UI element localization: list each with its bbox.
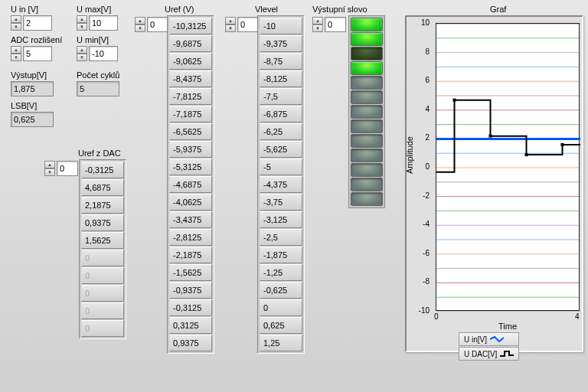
array-cell[interactable]: -7,8125	[169, 88, 212, 105]
array-cell[interactable]: 0,9375	[169, 335, 212, 351]
vlevel-array: -10-9,375-8,75-8,125-7,5-6,875-6,25-5,62…	[257, 15, 305, 354]
uref-dac-index[interactable]: ▲▼	[44, 161, 78, 176]
uref-index[interactable]: ▲▼	[135, 17, 168, 32]
array-cell[interactable]: -9,375	[260, 35, 302, 52]
lsb-readout: 0,625	[11, 112, 54, 127]
array-cell[interactable]: 2,1875	[81, 197, 124, 214]
spinner-down-icon[interactable]: ▼	[11, 54, 21, 61]
led-indicator	[351, 90, 383, 104]
array-cell[interactable]: -10	[260, 18, 302, 34]
spinner-down-icon[interactable]: ▼	[77, 54, 87, 61]
array-cell[interactable]: 0	[81, 285, 124, 302]
array-cell[interactable]: -6,25	[260, 123, 302, 140]
uref-index-input[interactable]	[147, 17, 168, 32]
uref-label: Uref (V)	[165, 5, 194, 14]
u-in-input[interactable]	[23, 15, 52, 31]
array-cell[interactable]: 0	[81, 250, 124, 266]
array-cell[interactable]: 0,9375	[81, 214, 124, 231]
spinner-up-icon[interactable]: ▲	[77, 15, 87, 23]
spinner-down-icon[interactable]: ▼	[11, 23, 21, 31]
array-cell[interactable]: -5,3125	[169, 158, 212, 175]
graph-plot[interactable]	[436, 23, 580, 311]
spinner-up-icon[interactable]: ▲	[225, 17, 236, 24]
array-cell[interactable]: -1,875	[260, 247, 302, 263]
array-cell[interactable]: 4,6875	[81, 179, 124, 196]
spinner-up-icon[interactable]: ▲	[312, 17, 323, 24]
u-min-input[interactable]	[89, 46, 118, 61]
array-cell[interactable]: -0,9375	[169, 282, 212, 299]
spinner-down-icon[interactable]: ▼	[135, 24, 145, 32]
lsb-label: LSB[V]	[11, 101, 54, 110]
array-cell[interactable]: -2,8125	[169, 229, 212, 246]
array-cell[interactable]: -10,3125	[169, 18, 212, 34]
array-cell[interactable]: -5	[260, 158, 302, 175]
array-cell[interactable]: -0,625	[260, 282, 302, 299]
array-cell[interactable]: -7,1875	[169, 106, 212, 122]
array-cell[interactable]: -0,3125	[169, 299, 212, 316]
array-cell[interactable]: 1,5625	[81, 232, 124, 249]
array-cell[interactable]: -9,0625	[169, 53, 212, 70]
leds-label: Výstupní slovo	[312, 5, 368, 14]
vlevel-index[interactable]: ▲▼	[225, 17, 259, 32]
legend-udac[interactable]: U DAC[V]	[459, 347, 519, 361]
u-max-label: U max[V]	[77, 5, 118, 14]
array-cell[interactable]: 1,25	[260, 335, 302, 351]
u-in-control[interactable]: ▲▼	[11, 15, 52, 31]
array-cell[interactable]: -3,4375	[169, 211, 212, 228]
y-tick: 2	[411, 133, 430, 142]
led-indicator	[351, 119, 383, 133]
array-cell[interactable]: -2,5	[260, 229, 302, 246]
spinner-down-icon[interactable]: ▼	[44, 168, 55, 176]
legend-label: U DAC[V]	[464, 350, 497, 358]
u-max-input[interactable]	[89, 15, 118, 31]
array-cell[interactable]: -6,5625	[169, 123, 212, 140]
array-cell[interactable]: 0	[81, 320, 124, 337]
array-cell[interactable]: 0	[81, 302, 124, 319]
array-cell[interactable]: -8,125	[260, 70, 302, 87]
y-tick: 4	[411, 105, 430, 113]
array-cell[interactable]: -7,5	[260, 88, 302, 105]
array-cell[interactable]: -4,375	[260, 176, 302, 193]
spinner-up-icon[interactable]: ▲	[11, 15, 21, 23]
array-cell[interactable]: -4,6875	[169, 176, 212, 193]
y-tick: 0	[411, 162, 430, 171]
pocet-cyklu-readout: 5	[77, 81, 119, 96]
array-cell[interactable]: 0	[260, 299, 302, 316]
u-max-control[interactable]: ▲▼	[77, 15, 118, 31]
uref-dac-index-input[interactable]	[57, 161, 78, 176]
adc-res-input[interactable]	[23, 46, 52, 61]
vlevel-index-input[interactable]	[237, 17, 259, 32]
adc-res-control[interactable]: ▲▼	[11, 46, 62, 61]
leds-index[interactable]: ▲▼	[312, 17, 346, 32]
array-cell[interactable]: -2,1875	[169, 247, 212, 263]
spinner-down-icon[interactable]: ▼	[312, 24, 323, 32]
array-cell[interactable]: -5,9375	[169, 141, 212, 158]
led-indicator	[351, 178, 383, 191]
array-cell[interactable]: -9,6875	[169, 35, 212, 52]
array-cell[interactable]: -1,5625	[169, 264, 212, 281]
spinner-up-icon[interactable]: ▲	[44, 161, 55, 168]
array-cell[interactable]: -1,25	[260, 264, 302, 281]
array-cell[interactable]: -8,75	[260, 53, 302, 70]
graph-frame: Amplitude 1086420-2-4-6-8-10 0 4 Time U …	[405, 15, 583, 352]
array-cell[interactable]: -4,0625	[169, 194, 212, 211]
spinner-down-icon[interactable]: ▼	[77, 23, 87, 31]
array-cell[interactable]: -8,4375	[169, 70, 212, 87]
array-cell[interactable]: -6,875	[260, 106, 302, 122]
array-cell[interactable]: 0	[81, 267, 124, 284]
led-indicator	[351, 18, 383, 31]
u-min-control[interactable]: ▲▼	[77, 46, 118, 61]
array-cell[interactable]: -3,75	[260, 194, 302, 211]
array-cell[interactable]: 0,625	[260, 317, 302, 334]
array-cell[interactable]: -5,625	[260, 141, 302, 158]
spinner-up-icon[interactable]: ▲	[135, 17, 145, 24]
spinner-down-icon[interactable]: ▼	[225, 24, 236, 32]
array-cell[interactable]: 0,3125	[169, 317, 212, 334]
spinner-up-icon[interactable]: ▲	[11, 46, 21, 54]
spinner-up-icon[interactable]: ▲	[77, 46, 87, 54]
vystup-readout: 1,875	[11, 81, 54, 96]
array-cell[interactable]: -3,125	[260, 211, 302, 228]
array-cell[interactable]: -0,3125	[81, 162, 124, 178]
legend-uin[interactable]: U in[V]	[459, 332, 519, 346]
leds-index-input[interactable]	[325, 17, 346, 32]
